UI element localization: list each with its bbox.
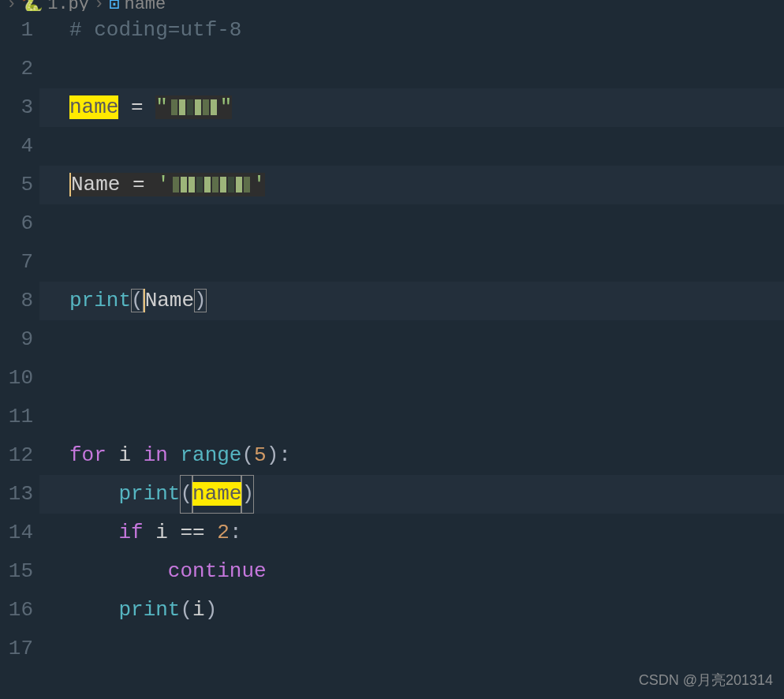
identifier: i <box>192 598 205 622</box>
line-number: 1 <box>0 11 39 50</box>
paren-open: ( <box>241 443 254 467</box>
search-highlight: name <box>192 482 241 506</box>
string-literal: ' <box>253 173 266 196</box>
watermark: CSDN @月亮201314 <box>639 671 773 690</box>
paren-close: ) <box>194 289 207 312</box>
comment: # coding=utf-8 <box>69 18 241 42</box>
code-line[interactable] <box>69 243 784 282</box>
code-line[interactable]: name = "" <box>39 88 784 127</box>
code-line[interactable]: if i == 2: <box>69 514 784 552</box>
paren-close: ) <box>267 443 279 467</box>
string-literal: " <box>155 95 168 119</box>
line-number: 11 <box>0 398 39 436</box>
keyword: if <box>118 521 143 544</box>
python-file-icon: 🐍 <box>21 0 43 11</box>
keyword: continue <box>168 559 267 583</box>
code-line[interactable]: for i in range(5): <box>69 436 784 475</box>
builtin-function: print <box>118 598 180 622</box>
code-line[interactable]: print(Name) <box>39 282 784 320</box>
operator: = <box>120 173 157 196</box>
builtin-function: print <box>69 289 131 312</box>
line-number: 14 <box>0 514 39 552</box>
chevron-right-icon: › <box>6 0 17 11</box>
variable-icon: ⊡ <box>109 0 119 11</box>
code-line[interactable] <box>69 204 784 243</box>
line-number: 12 <box>0 436 39 475</box>
code-line[interactable]: continue <box>69 552 784 591</box>
code-line[interactable] <box>69 359 784 398</box>
paren-close: ) <box>241 475 254 514</box>
line-number: 7 <box>0 243 39 282</box>
chevron-right-icon: › <box>94 0 104 11</box>
builtin-function: print <box>118 482 180 506</box>
number: 5 <box>254 443 267 467</box>
line-number: 16 <box>0 591 39 630</box>
line-number: 9 <box>0 320 39 359</box>
code-line[interactable] <box>69 127 784 166</box>
code-line[interactable] <box>69 398 784 436</box>
identifier: Name <box>71 173 120 196</box>
keyword: for <box>69 443 106 467</box>
line-number: 3 <box>0 88 39 127</box>
number: 2 <box>217 521 230 544</box>
string-literal: ' <box>157 173 170 196</box>
line-number: 2 <box>0 50 39 88</box>
code-line[interactable] <box>69 50 784 88</box>
string-literal: " <box>220 95 233 119</box>
code-content[interactable]: # coding=utf-8 name = "" Name = '' print… <box>39 11 784 691</box>
code-line[interactable]: print(name) <box>39 475 784 514</box>
code-line[interactable] <box>69 320 784 359</box>
obscured-text <box>171 99 217 115</box>
code-line[interactable]: Name = '' <box>39 166 784 204</box>
colon: : <box>230 521 242 544</box>
breadcrumb-file[interactable]: 1.py <box>47 0 89 11</box>
paren-open: ( <box>180 475 192 514</box>
breadcrumb: › 🐍 1.py › ⊡ name <box>0 0 784 11</box>
breadcrumb-symbol[interactable]: name <box>124 0 166 11</box>
line-number: 17 <box>0 630 39 668</box>
code-line[interactable]: print(i) <box>69 591 784 630</box>
code-line[interactable] <box>69 630 784 668</box>
line-number: 6 <box>0 204 39 243</box>
line-number: 15 <box>0 552 39 591</box>
identifier: i <box>144 521 181 544</box>
search-highlight: name <box>69 95 118 119</box>
identifier: Name <box>144 289 194 312</box>
paren-close: ) <box>205 598 218 622</box>
line-number: 5 <box>0 166 39 204</box>
builtin-function: range <box>180 443 241 467</box>
line-number: 13 <box>0 475 39 514</box>
obscured-text <box>173 177 250 193</box>
identifier: i <box>106 443 144 467</box>
operator: == <box>180 521 204 544</box>
colon: : <box>278 443 291 467</box>
code-line[interactable]: # coding=utf-8 <box>69 11 784 50</box>
line-gutter: 1 2 3 4 5 6 7 8 9 10 11 12 13 14 15 16 1… <box>0 11 39 691</box>
editor[interactable]: 1 2 3 4 5 6 7 8 9 10 11 12 13 14 15 16 1… <box>0 11 784 691</box>
line-number: 4 <box>0 127 39 166</box>
line-number: 10 <box>0 359 39 398</box>
line-number: 8 <box>0 282 39 320</box>
paren-open: ( <box>131 289 144 312</box>
operator: = <box>118 95 155 119</box>
paren-open: ( <box>180 598 192 622</box>
keyword: in <box>144 443 168 467</box>
